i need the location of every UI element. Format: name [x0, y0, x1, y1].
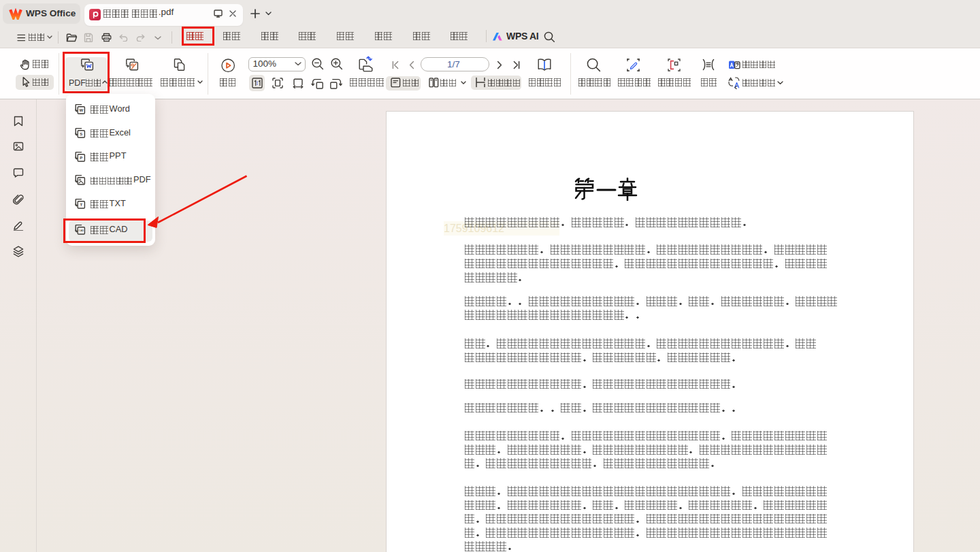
svg-text:S: S — [80, 132, 82, 136]
svg-text:W: W — [79, 108, 83, 112]
svg-text:T: T — [80, 203, 82, 207]
svg-text:P: P — [80, 156, 82, 160]
